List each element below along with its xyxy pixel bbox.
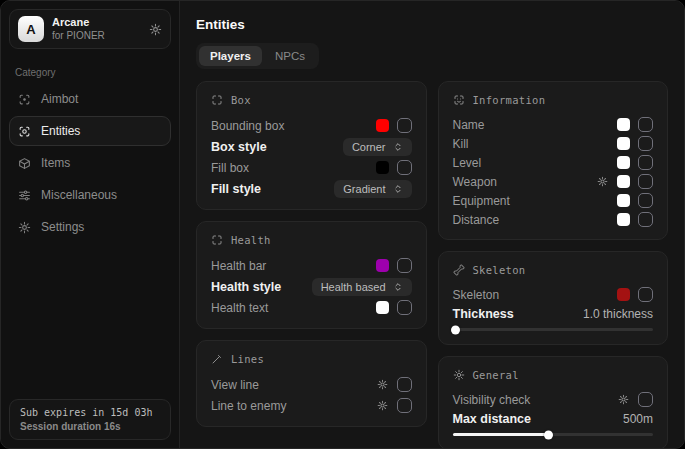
card-title: Information [473,94,546,106]
box-style-dropdown[interactable]: Corner [343,138,412,156]
color-swatch[interactable] [617,213,630,226]
setting-row: Health style Health based [211,276,412,297]
slider-handle[interactable] [451,325,460,334]
health-bar-checkbox[interactable] [397,258,412,273]
color-swatch[interactable] [617,137,630,150]
gear-icon[interactable] [149,23,162,36]
sidebar-item-label: Settings [41,220,84,234]
app-logo: A [18,16,44,42]
sidebar-item-label: Entities [41,124,80,138]
scan-face-icon [453,94,465,106]
sidebar-item-label: Miscellaneous [41,188,117,202]
skeleton-checkbox[interactable] [638,287,653,302]
gear-icon[interactable] [377,400,388,411]
setting-row: Visibility check [453,390,654,409]
skeleton-card: Skeleton Skeleton Thickness 1.0 thicknes… [438,251,669,345]
bounding-box-checkbox[interactable] [397,118,412,133]
setting-row: Health bar [211,255,412,276]
sub-expiry-text: Sub expires in 15d 03h [20,407,160,418]
setting-row: Box style Corner [211,136,412,157]
fill-style-dropdown[interactable]: Gradient [334,180,411,198]
color-swatch[interactable] [376,119,389,132]
chevrons-up-down-icon [393,282,403,292]
setting-row: Fill box [211,157,412,178]
gear-icon[interactable] [597,176,608,187]
equipment-checkbox[interactable] [638,193,653,208]
fill-box-checkbox[interactable] [397,160,412,175]
sidebar-item-aimbot[interactable]: Aimbot [9,84,171,114]
line-to-enemy-checkbox[interactable] [397,398,412,413]
max-distance-slider[interactable] [453,433,654,436]
slider-label-row: Max distance 500m [453,409,654,428]
gear-icon[interactable] [377,379,388,390]
sidebar-item-settings[interactable]: Settings [9,212,171,242]
page-title: Entities [196,17,668,32]
setting-row: Line to enemy [211,395,412,416]
health-style-dropdown[interactable]: Health based [312,278,412,296]
tab-npcs[interactable]: NPCs [264,46,316,66]
card-title: Lines [231,353,264,365]
tab-players[interactable]: Players [199,46,262,66]
setting-row: Level [453,153,654,172]
app-subtitle: for PIONER [52,30,141,43]
gear-icon [453,369,465,381]
bone-icon [453,264,465,276]
entity-tabs: Players NPCs [196,43,319,69]
name-checkbox[interactable] [638,117,653,132]
color-swatch[interactable] [376,161,389,174]
color-swatch[interactable] [376,301,389,314]
sidebar-item-label: Aimbot [41,92,78,106]
box-card: Box Bounding box Box style Corner [196,81,427,210]
main-panel: Entities Players NPCs Box Bounding box [180,1,684,448]
max-distance-value: 500m [623,412,653,426]
setting-row: View line [211,374,412,395]
setting-row: Bounding box [211,115,412,136]
general-card: General Visibility check Max distance [438,356,669,448]
thickness-value: 1.0 thickness [583,307,653,321]
card-title: Health [231,234,271,246]
pencil-line-icon [211,353,223,365]
card-title: Box [231,94,251,106]
color-swatch[interactable] [617,156,630,169]
weapon-checkbox[interactable] [638,174,653,189]
thickness-slider[interactable] [453,328,654,331]
lines-card: Lines View line Line to enemy [196,340,427,427]
category-label: Category [15,67,165,78]
health-card: Health Health bar Health style Health ba… [196,221,427,329]
gear-icon [17,221,31,234]
health-text-checkbox[interactable] [397,300,412,315]
card-title: Skeleton [473,264,526,276]
entities-eye-icon [17,125,31,138]
information-card: Information Name Kill [438,81,669,240]
app-window: A Arcane for PIONER Category Aimbot [0,0,685,449]
package-icon [17,157,31,170]
kill-checkbox[interactable] [638,136,653,151]
sidebar-item-entities[interactable]: Entities [9,116,171,146]
setting-row: Weapon [453,172,654,191]
color-swatch[interactable] [617,118,630,131]
color-swatch[interactable] [617,175,630,188]
box-select-icon [211,234,223,246]
crosshair-icon [17,93,31,106]
sidebar: A Arcane for PIONER Category Aimbot [1,1,180,448]
sidebar-item-label: Items [41,156,70,170]
setting-row: Equipment [453,191,654,210]
distance-checkbox[interactable] [638,212,653,227]
view-line-checkbox[interactable] [397,377,412,392]
setting-row: Kill [453,134,654,153]
slider-handle[interactable] [544,430,553,439]
color-swatch[interactable] [376,259,389,272]
visibility-check-checkbox[interactable] [638,392,653,407]
color-swatch[interactable] [617,194,630,207]
sidebar-item-miscellaneous[interactable]: Miscellaneous [9,180,171,210]
sidebar-nav: Aimbot Entities Items Miscellaneous [1,82,179,246]
level-checkbox[interactable] [638,155,653,170]
gear-icon[interactable] [618,394,629,405]
sidebar-item-items[interactable]: Items [9,148,171,178]
card-title: General [473,369,519,381]
setting-row: Health text [211,297,412,318]
setting-row: Fill style Gradient [211,178,412,199]
color-swatch[interactable] [617,288,630,301]
subscription-info: Sub expires in 15d 03h Session duration … [9,399,171,440]
sliders-icon [17,189,31,202]
